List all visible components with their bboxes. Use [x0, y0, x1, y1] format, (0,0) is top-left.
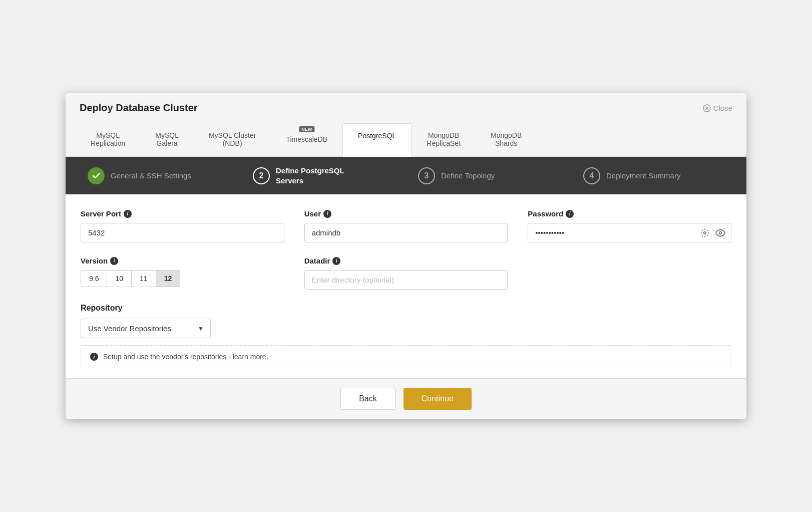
tab-timescaledb[interactable]: NEW TimescaleDB [271, 123, 342, 156]
password-icon-group [699, 227, 726, 239]
datadir-label: Datadir i [304, 257, 508, 265]
svg-point-4 [719, 231, 722, 234]
database-tabs: MySQLReplication MySQLGalera MySQL Clust… [66, 123, 746, 157]
wizard-step-define-servers: 2 Define PostgreSQLServers [241, 157, 406, 194]
wizard-step-define-topology: 3 Define Topology [406, 157, 571, 194]
repository-section: Repository Use Vendor Repositories Custo… [81, 304, 731, 368]
form-content: Server Port i User i Password i [66, 194, 746, 378]
datadir-info-icon[interactable]: i [332, 257, 340, 265]
generate-password-icon [700, 228, 709, 237]
version-buttons: 9.6 10 11 12 [81, 270, 284, 287]
step-3-circle: 3 [418, 167, 435, 184]
tab-mysql-galera[interactable]: MySQLGalera [140, 123, 194, 156]
repository-select-wrapper: Use Vendor Repositories Custom Repositor… [81, 319, 211, 338]
password-generate-button[interactable] [699, 227, 710, 238]
field-row-2: Version i 9.6 10 11 12 Datadir i [81, 257, 731, 290]
step-check-icon [88, 167, 105, 184]
server-port-input[interactable] [81, 223, 284, 242]
repository-select[interactable]: Use Vendor Repositories Custom Repositor… [81, 319, 211, 338]
tab-mongodb-replicaset[interactable]: MongoDBReplicaSet [412, 123, 476, 156]
modal-title: Deploy Database Cluster [80, 102, 198, 114]
step-4-label: Deployment Summary [606, 171, 680, 181]
repository-info-text: Setup and use the vendor's repositories … [103, 353, 268, 361]
modal-footer: Back Continue [66, 378, 746, 419]
server-port-group: Server Port i [81, 209, 284, 242]
datadir-group: Datadir i [304, 257, 508, 290]
modal-header: Deploy Database Cluster Close [66, 93, 746, 123]
step-4-circle: 4 [583, 167, 600, 184]
tab-postgresql[interactable]: PostgreSQL [342, 123, 412, 157]
version-group: Version i 9.6 10 11 12 [81, 257, 284, 290]
svg-point-3 [704, 231, 706, 234]
version-info-icon[interactable]: i [110, 257, 118, 265]
password-group: Password i [528, 209, 731, 242]
version-10-button[interactable]: 10 [107, 270, 132, 287]
step-2-circle: 2 [253, 167, 270, 184]
version-12-button[interactable]: 12 [156, 270, 181, 287]
datadir-input[interactable] [304, 270, 508, 290]
user-input[interactable] [304, 223, 508, 242]
version-11-button[interactable]: 11 [131, 270, 156, 287]
close-icon [703, 104, 711, 112]
tab-mongodb-shards[interactable]: MongoDBShards [476, 123, 537, 156]
server-port-label: Server Port i [81, 209, 284, 218]
wizard-step-general-ssh: General & SSH Settings [76, 157, 241, 194]
continue-button[interactable]: Continue [403, 388, 472, 410]
user-label: User i [304, 209, 508, 218]
version-label: Version i [81, 257, 284, 265]
checkmark-icon [92, 171, 101, 180]
user-group: User i [304, 209, 508, 242]
repository-info-box: i Setup and use the vendor's repositorie… [81, 345, 731, 368]
repository-label: Repository [81, 304, 731, 313]
step-1-label: General & SSH Settings [111, 171, 191, 181]
version-9-6-button[interactable]: 9.6 [81, 270, 107, 287]
wizard-step-deployment-summary: 4 Deployment Summary [571, 157, 736, 194]
password-toggle-button[interactable] [714, 227, 726, 239]
tab-mysql-cluster-ndb[interactable]: MySQL Cluster(NDB) [194, 123, 271, 156]
back-button[interactable]: Back [340, 388, 395, 410]
tab-mysql-replication[interactable]: MySQLReplication [76, 123, 140, 156]
close-button[interactable]: Close [703, 104, 732, 112]
repo-info-icon: i [90, 353, 98, 361]
close-label: Close [713, 104, 732, 112]
server-port-info-icon[interactable]: i [124, 210, 132, 218]
password-label: Password i [528, 209, 731, 218]
field-row-1: Server Port i User i Password i [81, 209, 731, 242]
new-badge: NEW [299, 126, 314, 132]
password-wrapper [528, 223, 731, 242]
password-info-icon[interactable]: i [566, 210, 574, 218]
step-3-label: Define Topology [441, 171, 495, 181]
wizard-steps: General & SSH Settings 2 Define PostgreS… [66, 157, 746, 194]
deploy-database-cluster-modal: Deploy Database Cluster Close MySQLRepli… [66, 93, 746, 419]
step-2-label: Define PostgreSQLServers [276, 166, 344, 185]
user-info-icon[interactable]: i [323, 210, 331, 218]
eye-icon [715, 228, 725, 238]
